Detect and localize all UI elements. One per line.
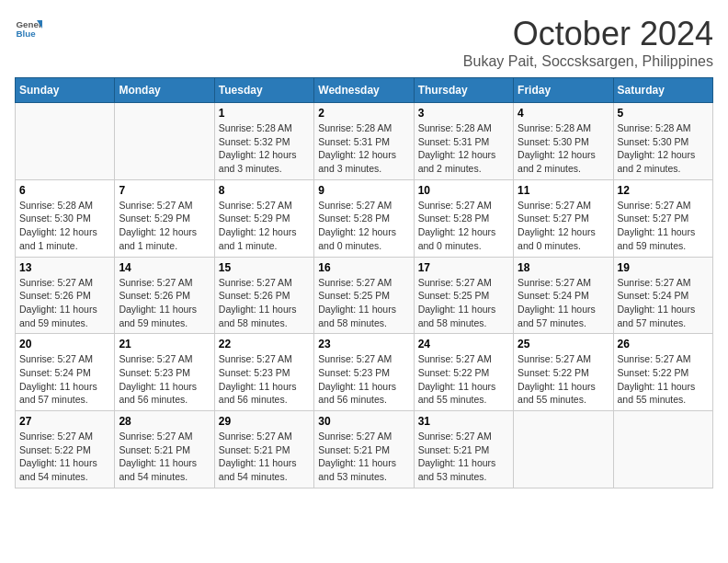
page-header: General Blue October 2024 Bukay Pait, So… (15, 15, 713, 70)
day-number: 31 (418, 415, 509, 428)
day-number: 29 (219, 415, 310, 428)
day-number: 1 (219, 107, 310, 120)
day-detail: Sunrise: 5:27 AM Sunset: 5:25 PM Dayligh… (318, 276, 409, 330)
weekday-header-row: SundayMondayTuesdayWednesdayThursdayFrid… (16, 78, 713, 103)
day-detail: Sunrise: 5:28 AM Sunset: 5:30 PM Dayligh… (518, 121, 609, 176)
day-detail: Sunrise: 5:28 AM Sunset: 5:32 PM Dayligh… (219, 121, 310, 176)
weekday-header: Wednesday (314, 78, 414, 103)
calendar-cell: 13Sunrise: 5:27 AM Sunset: 5:26 PM Dayli… (16, 257, 115, 334)
day-number: 23 (318, 338, 409, 350)
calendar-cell: 31Sunrise: 5:27 AM Sunset: 5:21 PM Dayli… (414, 411, 513, 488)
calendar-cell: 22Sunrise: 5:27 AM Sunset: 5:23 PM Dayli… (214, 334, 313, 411)
day-number: 16 (318, 261, 409, 274)
day-number: 28 (119, 415, 210, 428)
day-number: 18 (518, 261, 609, 274)
day-detail: Sunrise: 5:27 AM Sunset: 5:24 PM Dayligh… (19, 352, 110, 407)
calendar-week-row: 27Sunrise: 5:27 AM Sunset: 5:22 PM Dayli… (16, 411, 713, 488)
day-detail: Sunrise: 5:27 AM Sunset: 5:27 PM Dayligh… (518, 199, 609, 253)
day-detail: Sunrise: 5:27 AM Sunset: 5:23 PM Dayligh… (219, 352, 310, 407)
location-title: Bukay Pait, Soccsksargen, Philippines (463, 53, 713, 70)
calendar-table: SundayMondayTuesdayWednesdayThursdayFrid… (15, 77, 713, 488)
day-number: 17 (418, 261, 509, 274)
day-detail: Sunrise: 5:27 AM Sunset: 5:28 PM Dayligh… (418, 199, 509, 253)
calendar-cell: 23Sunrise: 5:27 AM Sunset: 5:23 PM Dayli… (314, 334, 414, 411)
day-number: 9 (318, 184, 409, 197)
day-number: 24 (418, 338, 509, 350)
day-detail: Sunrise: 5:27 AM Sunset: 5:21 PM Dayligh… (418, 430, 509, 484)
calendar-week-row: 6Sunrise: 5:28 AM Sunset: 5:30 PM Daylig… (16, 179, 713, 257)
day-number: 3 (418, 107, 509, 120)
day-number: 4 (518, 107, 609, 120)
calendar-cell: 26Sunrise: 5:27 AM Sunset: 5:22 PM Dayli… (613, 334, 712, 411)
day-number: 14 (119, 261, 210, 274)
calendar-cell: 18Sunrise: 5:27 AM Sunset: 5:24 PM Dayli… (514, 257, 613, 334)
day-detail: Sunrise: 5:28 AM Sunset: 5:31 PM Dayligh… (418, 121, 509, 176)
calendar-cell (613, 411, 712, 488)
day-number: 25 (518, 338, 609, 350)
calendar-week-row: 20Sunrise: 5:27 AM Sunset: 5:24 PM Dayli… (16, 334, 713, 411)
calendar-cell: 28Sunrise: 5:27 AM Sunset: 5:21 PM Dayli… (115, 411, 214, 488)
day-detail: Sunrise: 5:27 AM Sunset: 5:26 PM Dayligh… (19, 276, 110, 330)
day-detail: Sunrise: 5:27 AM Sunset: 5:24 PM Dayligh… (618, 276, 709, 330)
day-number: 6 (19, 184, 110, 197)
calendar-cell: 5Sunrise: 5:28 AM Sunset: 5:30 PM Daylig… (613, 103, 712, 180)
calendar-week-row: 13Sunrise: 5:27 AM Sunset: 5:26 PM Dayli… (16, 257, 713, 334)
calendar-cell: 10Sunrise: 5:27 AM Sunset: 5:28 PM Dayli… (414, 179, 513, 257)
calendar-cell (16, 103, 115, 180)
day-number: 8 (219, 184, 310, 197)
day-detail: Sunrise: 5:27 AM Sunset: 5:29 PM Dayligh… (219, 199, 310, 253)
logo: General Blue (15, 15, 42, 42)
day-detail: Sunrise: 5:27 AM Sunset: 5:22 PM Dayligh… (618, 352, 709, 407)
day-detail: Sunrise: 5:27 AM Sunset: 5:23 PM Dayligh… (119, 352, 210, 407)
day-number: 13 (19, 261, 110, 274)
day-number: 20 (19, 338, 110, 350)
day-number: 2 (318, 107, 409, 120)
calendar-cell: 20Sunrise: 5:27 AM Sunset: 5:24 PM Dayli… (16, 334, 115, 411)
day-detail: Sunrise: 5:27 AM Sunset: 5:21 PM Dayligh… (219, 430, 310, 484)
day-detail: Sunrise: 5:27 AM Sunset: 5:25 PM Dayligh… (418, 276, 509, 330)
day-number: 15 (219, 261, 310, 274)
calendar-cell: 11Sunrise: 5:27 AM Sunset: 5:27 PM Dayli… (514, 179, 613, 257)
day-number: 11 (518, 184, 609, 197)
weekday-header: Saturday (613, 78, 712, 103)
day-detail: Sunrise: 5:27 AM Sunset: 5:26 PM Dayligh… (119, 276, 210, 330)
calendar-cell: 14Sunrise: 5:27 AM Sunset: 5:26 PM Dayli… (115, 257, 214, 334)
calendar-cell: 4Sunrise: 5:28 AM Sunset: 5:30 PM Daylig… (514, 103, 613, 180)
calendar-cell: 30Sunrise: 5:27 AM Sunset: 5:21 PM Dayli… (314, 411, 414, 488)
month-title: October 2024 (463, 15, 713, 53)
day-number: 12 (618, 184, 709, 197)
weekday-header: Tuesday (214, 78, 313, 103)
calendar-cell (115, 103, 214, 180)
calendar-cell: 3Sunrise: 5:28 AM Sunset: 5:31 PM Daylig… (414, 103, 513, 180)
day-number: 19 (618, 261, 709, 274)
title-block: October 2024 Bukay Pait, Soccsksargen, P… (463, 15, 713, 70)
calendar-cell: 25Sunrise: 5:27 AM Sunset: 5:22 PM Dayli… (514, 334, 613, 411)
calendar-cell: 16Sunrise: 5:27 AM Sunset: 5:25 PM Dayli… (314, 257, 414, 334)
day-detail: Sunrise: 5:27 AM Sunset: 5:26 PM Dayligh… (219, 276, 310, 330)
logo-icon: General Blue (15, 15, 42, 42)
day-detail: Sunrise: 5:27 AM Sunset: 5:28 PM Dayligh… (318, 199, 409, 253)
day-number: 21 (119, 338, 210, 350)
weekday-header: Friday (514, 78, 613, 103)
calendar-cell: 17Sunrise: 5:27 AM Sunset: 5:25 PM Dayli… (414, 257, 513, 334)
day-number: 10 (418, 184, 509, 197)
day-detail: Sunrise: 5:27 AM Sunset: 5:21 PM Dayligh… (318, 430, 409, 484)
calendar-cell: 21Sunrise: 5:27 AM Sunset: 5:23 PM Dayli… (115, 334, 214, 411)
calendar-cell: 7Sunrise: 5:27 AM Sunset: 5:29 PM Daylig… (115, 179, 214, 257)
day-number: 26 (618, 338, 709, 350)
calendar-cell: 19Sunrise: 5:27 AM Sunset: 5:24 PM Dayli… (613, 257, 712, 334)
day-detail: Sunrise: 5:27 AM Sunset: 5:23 PM Dayligh… (318, 352, 409, 407)
day-detail: Sunrise: 5:28 AM Sunset: 5:31 PM Dayligh… (318, 121, 409, 176)
calendar-cell: 9Sunrise: 5:27 AM Sunset: 5:28 PM Daylig… (314, 179, 414, 257)
day-number: 7 (119, 184, 210, 197)
day-detail: Sunrise: 5:27 AM Sunset: 5:29 PM Dayligh… (119, 199, 210, 253)
calendar-cell (514, 411, 613, 488)
day-number: 22 (219, 338, 310, 350)
day-detail: Sunrise: 5:27 AM Sunset: 5:21 PM Dayligh… (119, 430, 210, 484)
day-number: 30 (318, 415, 409, 428)
calendar-cell: 1Sunrise: 5:28 AM Sunset: 5:32 PM Daylig… (214, 103, 313, 180)
day-number: 5 (618, 107, 709, 120)
day-detail: Sunrise: 5:27 AM Sunset: 5:24 PM Dayligh… (518, 276, 609, 330)
calendar-cell: 8Sunrise: 5:27 AM Sunset: 5:29 PM Daylig… (214, 179, 313, 257)
day-detail: Sunrise: 5:28 AM Sunset: 5:30 PM Dayligh… (618, 121, 709, 176)
